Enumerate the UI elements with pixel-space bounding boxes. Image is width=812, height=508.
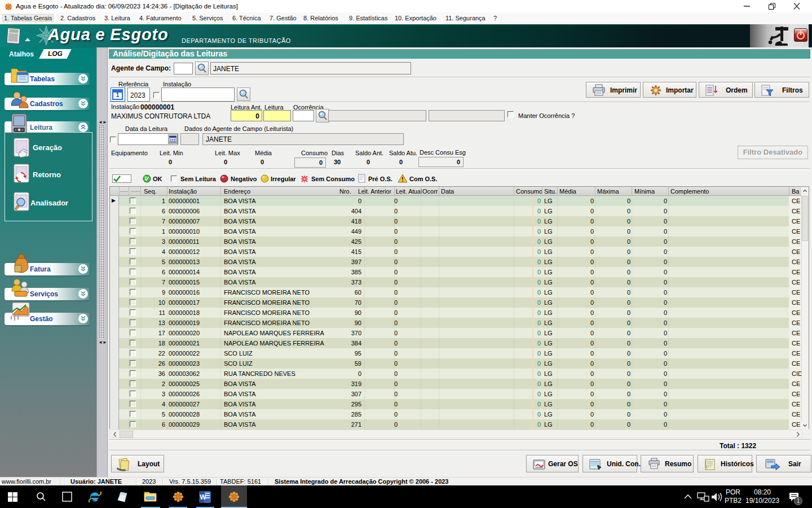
svg-text:1: 1 <box>116 92 120 98</box>
